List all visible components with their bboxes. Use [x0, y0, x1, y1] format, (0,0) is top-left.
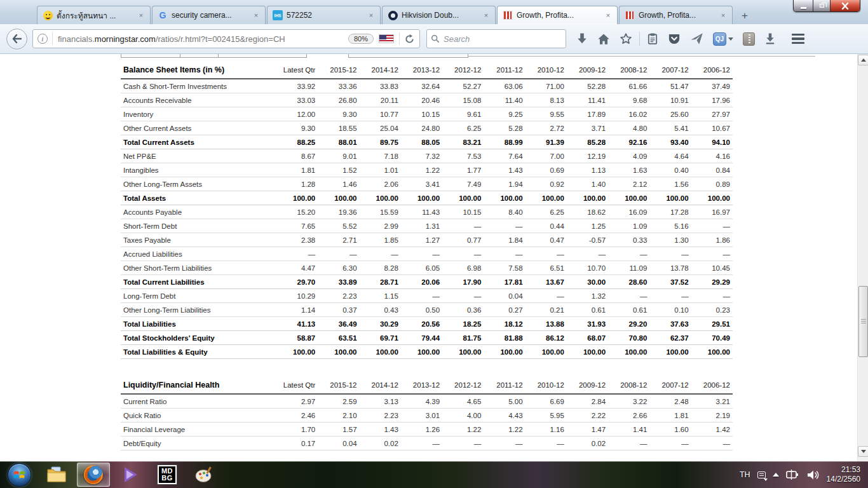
value-cell: 100.00 — [360, 191, 401, 205]
speaker-icon[interactable] — [807, 470, 820, 480]
bookmark-button[interactable] — [620, 32, 632, 45]
value-cell: 1.81 — [649, 409, 691, 423]
vertical-scrollbar[interactable] — [857, 54, 868, 461]
row-label: Total Current Assets — [121, 135, 276, 149]
table-row: Inventory12.009.3010.7710.159.619.259.55… — [121, 107, 733, 121]
qj-icon: QJ — [713, 32, 726, 46]
mdbg-taskbar-button[interactable]: MDBG — [151, 463, 184, 487]
paint-taskbar-button[interactable] — [187, 463, 220, 487]
table-row: Total Current Assets88.2588.0189.7588.05… — [121, 135, 733, 149]
tab-close-icon[interactable]: × — [603, 10, 613, 20]
morningstar-favicon-icon — [503, 10, 513, 20]
browser-tab[interactable]: Gsecurity camera...× — [152, 6, 266, 24]
value-cell: 0.43 — [360, 303, 401, 317]
clock[interactable]: 21:53 14/2/2560 — [827, 465, 860, 484]
value-cell: 0.89 — [691, 177, 733, 191]
browser-tab[interactable]: Growth, Profita...× — [497, 6, 618, 24]
browser-tab[interactable]: IHS572252× — [267, 6, 381, 24]
value-cell: 0.50 — [401, 303, 442, 317]
tab-close-icon[interactable]: × — [718, 10, 728, 20]
url-bar[interactable]: i financials.morningstar.com/ratios/r.ht… — [32, 29, 420, 48]
value-cell: 1.85 — [360, 233, 401, 247]
menu-button[interactable] — [792, 34, 804, 44]
column-header: 2006-12 — [691, 377, 733, 394]
scroll-up-button[interactable] — [858, 55, 868, 65]
site-info-icon[interactable]: i — [37, 34, 48, 44]
table-row: Accounts Receivable33.0326.8020.1120.461… — [121, 93, 733, 107]
value-cell: 2.46 — [276, 409, 318, 423]
value-cell: 5.00 — [484, 394, 525, 409]
cutoff-page-tab[interactable] — [218, 54, 307, 58]
cutoff-page-tab[interactable] — [121, 54, 180, 58]
browser-tab[interactable]: ตั้งกระทู้สนทนา ...× — [37, 6, 151, 24]
value-cell: — — [484, 247, 525, 261]
idm-extension-button[interactable] — [743, 32, 755, 46]
value-cell: 10.67 — [691, 121, 733, 135]
row-label: Accrued Liabilities — [121, 247, 276, 261]
close-button[interactable] — [831, 0, 860, 11]
reload-button[interactable] — [405, 34, 414, 44]
minimize-button[interactable] — [794, 0, 813, 11]
explorer-taskbar-button[interactable] — [40, 463, 73, 487]
value-cell: 86.12 — [526, 331, 567, 345]
cutoff-page-tab[interactable] — [348, 54, 468, 58]
kmplayer-taskbar-button[interactable] — [114, 463, 147, 487]
chevron-down-icon[interactable] — [728, 37, 733, 41]
value-cell: 1.22 — [401, 163, 442, 177]
value-cell: — — [442, 247, 484, 261]
scrollbar-thumb[interactable] — [858, 286, 868, 357]
qj-extension-button[interactable]: QJ — [713, 32, 733, 46]
value-cell: 70.49 — [691, 331, 733, 345]
value-cell: 8.28 — [360, 261, 401, 275]
restore-button[interactable] — [813, 0, 831, 11]
new-tab-button[interactable]: + — [736, 9, 753, 23]
keyboard-layout-icon[interactable] — [757, 471, 766, 478]
value-cell: 7.00 — [526, 149, 567, 163]
downloads-button[interactable] — [576, 32, 588, 45]
column-header: 2014-12 — [360, 62, 401, 79]
search-input[interactable] — [444, 34, 566, 44]
table-row: Intangibles1.811.521.011.221.771.430.691… — [121, 163, 733, 177]
language-indicator[interactable]: TH — [740, 470, 750, 479]
search-box[interactable] — [426, 29, 566, 48]
back-button[interactable] — [6, 29, 27, 50]
value-cell: 100.00 — [567, 191, 608, 205]
cutoff-page-tab[interactable] — [180, 54, 219, 58]
tab-close-icon[interactable]: × — [366, 10, 376, 20]
navigation-toolbar: i financials.morningstar.com/ratios/r.ht… — [0, 24, 868, 54]
zoom-level-badge[interactable]: 80% — [348, 34, 374, 44]
value-cell: 28.60 — [608, 275, 649, 289]
battery-icon[interactable] — [786, 469, 800, 480]
table-row: Financial Leverage1.701.571.431.261.221.… — [121, 423, 733, 437]
start-button[interactable] — [8, 463, 31, 487]
column-header: 2014-12 — [360, 377, 401, 394]
readinglist-button[interactable] — [647, 32, 658, 45]
tab-close-icon[interactable]: × — [136, 10, 146, 20]
download-manager-button[interactable] — [764, 32, 776, 45]
browser-tab[interactable]: Growth, Profita...× — [619, 6, 733, 24]
pocket-button[interactable] — [668, 33, 681, 45]
value-cell: 7.53 — [442, 149, 484, 163]
browser-tab[interactable]: Hikvision Doub...× — [382, 6, 496, 24]
close-icon — [841, 3, 849, 10]
home-button[interactable] — [597, 33, 610, 45]
row-label: Total Current Liabilities — [121, 275, 276, 289]
table-row: Current Ratio2.972.593.134.394.655.006.6… — [121, 394, 733, 409]
column-header: 2011-12 — [484, 377, 525, 394]
value-cell: 1.30 — [649, 233, 691, 247]
us-flag-icon[interactable] — [379, 34, 394, 43]
firefox-taskbar-button[interactable] — [77, 463, 110, 487]
tab-close-icon[interactable]: × — [481, 10, 491, 20]
show-hidden-icons-button[interactable] — [773, 473, 779, 477]
value-cell: 1.70 — [276, 423, 318, 437]
value-cell: 15.08 — [442, 93, 484, 107]
tab-close-icon[interactable]: × — [251, 10, 261, 20]
value-cell: 33.03 — [276, 93, 318, 107]
value-cell: 0.33 — [608, 233, 649, 247]
send-button[interactable] — [690, 32, 703, 45]
value-cell: 1.52 — [318, 163, 359, 177]
scroll-down-button[interactable] — [858, 446, 868, 457]
window-controls — [793, 0, 860, 12]
value-cell: 0.23 — [691, 303, 733, 317]
value-cell: 100.00 — [318, 345, 359, 359]
